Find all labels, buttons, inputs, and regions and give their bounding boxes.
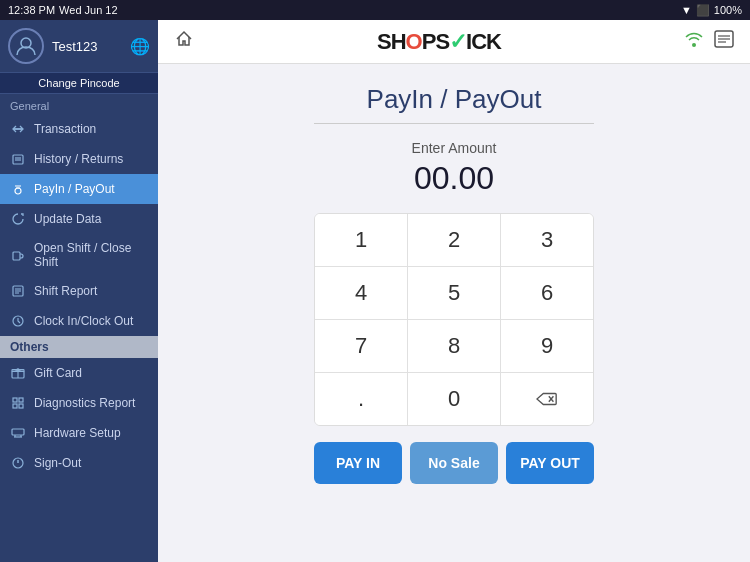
numpad-row-1: 1 2 3 (315, 214, 593, 267)
payin-icon (10, 181, 26, 197)
numpad-key-4[interactable]: 4 (315, 267, 408, 319)
sidebar-item-history[interactable]: History / Returns (0, 144, 158, 174)
numpad-row-2: 4 5 6 (315, 267, 593, 320)
sidebar-item-giftcard[interactable]: Gift Card (0, 358, 158, 388)
home-icon[interactable] (174, 29, 194, 54)
sidebar-item-diagnostics-label: Diagnostics Report (34, 396, 135, 410)
sidebar-item-shiftreport[interactable]: Shift Report (0, 276, 158, 306)
sidebar-pincode[interactable]: Change Pincode (0, 73, 158, 94)
sidebar-item-openshift[interactable]: Open Shift / Close Shift (0, 234, 158, 276)
giftcard-icon (10, 365, 26, 381)
status-day: Wed Jun 12 (59, 4, 118, 16)
amount-label: Enter Amount (412, 140, 497, 156)
clockin-icon (10, 313, 26, 329)
sidebar-item-openshift-label: Open Shift / Close Shift (34, 241, 148, 269)
status-bar-left: 12:38 PM Wed Jun 12 (8, 4, 118, 16)
sidebar-username: Test123 (52, 39, 98, 54)
numpad-key-5[interactable]: 5 (408, 267, 501, 319)
sidebar-item-giftcard-label: Gift Card (34, 366, 82, 380)
content-area: PayIn / PayOut Enter Amount 00.00 1 2 3 … (158, 64, 750, 562)
numpad-row-3: 7 8 9 (315, 320, 593, 373)
status-time: 12:38 PM (8, 4, 55, 16)
numpad-row-4: . 0 (315, 373, 593, 425)
amount-display: 00.00 (414, 160, 494, 197)
sidebar-item-history-label: History / Returns (34, 152, 123, 166)
action-buttons: PAY IN No Sale PAY OUT (314, 442, 594, 484)
openshift-icon (10, 247, 26, 263)
signout-icon (10, 455, 26, 471)
svg-rect-17 (19, 404, 23, 408)
history-icon (10, 151, 26, 167)
sidebar-item-signout[interactable]: Sign-Out (0, 448, 158, 478)
topbar-icons (684, 30, 734, 53)
sidebar-item-transaction-label: Transaction (34, 122, 96, 136)
numpad-key-backspace[interactable] (501, 373, 593, 425)
numpad-key-1[interactable]: 1 (315, 214, 408, 266)
diagnostics-icon (10, 395, 26, 411)
svg-rect-16 (13, 404, 17, 408)
battery-level: 100% (714, 4, 742, 16)
sidebar-item-payin-label: PayIn / PayOut (34, 182, 115, 196)
topbar: SHOPS✓ICK (158, 20, 750, 64)
sidebar-item-transaction[interactable]: Transaction (0, 114, 158, 144)
numpad-key-0[interactable]: 0 (408, 373, 501, 425)
avatar (8, 28, 44, 64)
sidebar-item-signout-label: Sign-Out (34, 456, 81, 470)
sidebar: Test123 🌐 Change Pincode General Transac… (0, 20, 158, 562)
title-divider (314, 123, 594, 124)
numpad-key-6[interactable]: 6 (501, 267, 593, 319)
sidebar-item-updatedata[interactable]: Update Data (0, 204, 158, 234)
sidebar-item-diagnostics[interactable]: Diagnostics Report (0, 388, 158, 418)
hardware-icon (10, 425, 26, 441)
shiftreport-icon (10, 283, 26, 299)
page-title: PayIn / PayOut (367, 84, 542, 115)
sidebar-item-clockin-label: Clock In/Clock Out (34, 314, 133, 328)
transaction-icon (10, 121, 26, 137)
numpad-key-2[interactable]: 2 (408, 214, 501, 266)
sidebar-item-hardware-label: Hardware Setup (34, 426, 121, 440)
payin-button[interactable]: PAY IN (314, 442, 402, 484)
numpad-key-8[interactable]: 8 (408, 320, 501, 372)
numpad-key-9[interactable]: 9 (501, 320, 593, 372)
svg-rect-14 (13, 398, 17, 402)
nosale-button[interactable]: No Sale (410, 442, 498, 484)
sidebar-item-updatedata-label: Update Data (34, 212, 101, 226)
updatedata-icon (10, 211, 26, 227)
menu-icon[interactable] (714, 30, 734, 53)
wifi-signal-icon (684, 31, 704, 52)
sidebar-general-header: General (0, 94, 158, 114)
numpad-key-3[interactable]: 3 (501, 214, 593, 266)
payout-button[interactable]: PAY OUT (506, 442, 594, 484)
sidebar-user-section: Test123 🌐 (0, 20, 158, 73)
topbar-logo: SHOPS✓ICK (377, 29, 501, 55)
numpad-key-7[interactable]: 7 (315, 320, 408, 372)
globe-icon[interactable]: 🌐 (130, 37, 150, 56)
sidebar-item-hardware[interactable]: Hardware Setup (0, 418, 158, 448)
svg-rect-15 (19, 398, 23, 402)
svg-rect-5 (13, 252, 20, 260)
numpad-key-decimal[interactable]: . (315, 373, 408, 425)
status-bar: 12:38 PM Wed Jun 12 ▼ ⬛ 100% (0, 0, 750, 20)
numpad: 1 2 3 4 5 6 7 8 9 . 0 (314, 213, 594, 426)
svg-point-4 (15, 188, 21, 194)
svg-rect-18 (12, 429, 24, 435)
sidebar-item-clockin[interactable]: Clock In/Clock Out (0, 306, 158, 336)
wifi-icon: ▼ (681, 4, 692, 16)
sidebar-others-header: Others (0, 336, 158, 358)
sidebar-item-shiftreport-label: Shift Report (34, 284, 97, 298)
main-content: SHOPS✓ICK (158, 20, 750, 562)
battery-icon: ⬛ (696, 4, 710, 17)
status-bar-right: ▼ ⬛ 100% (681, 4, 742, 17)
sidebar-item-payin[interactable]: PayIn / PayOut (0, 174, 158, 204)
